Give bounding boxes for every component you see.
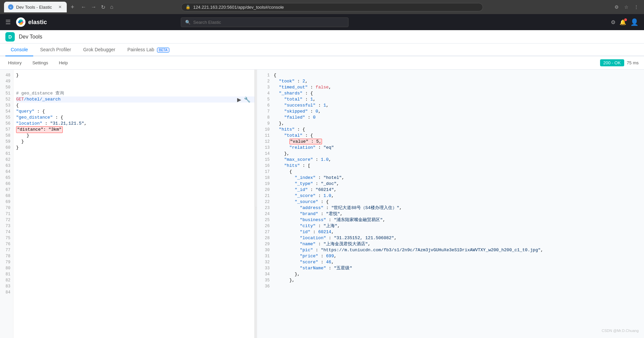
line-number: 52 xyxy=(0,96,13,103)
logo-text: elastic xyxy=(28,19,47,26)
code-line xyxy=(16,271,255,277)
tab-grok-debugger[interactable]: Grok Debugger xyxy=(78,44,121,56)
help-button[interactable]: Help xyxy=(56,59,70,67)
tab-title: Dev Tools - Elastic xyxy=(16,5,52,10)
global-search-bar[interactable]: 🔍 xyxy=(181,17,348,27)
result-line-number: 17 xyxy=(257,169,274,175)
result-line: 30 "pic" : "https://m.tuniucdn.com/fb3/s… xyxy=(257,247,644,253)
result-line-content: "name" : "上海金茂君悦大酒店", xyxy=(274,241,644,247)
result-line-number: 36 xyxy=(257,283,274,289)
browser-extensions-button[interactable]: ⚙ xyxy=(613,3,620,11)
code-line xyxy=(16,78,255,84)
devtools-header: D Dev Tools xyxy=(0,30,644,44)
line-number: 49 xyxy=(0,78,13,84)
new-tab-button[interactable]: + xyxy=(71,4,74,11)
tab-console[interactable]: Console xyxy=(5,44,33,56)
line-number: 78 xyxy=(0,253,13,259)
line-number: 54 xyxy=(0,109,13,115)
beta-badge: BETA xyxy=(157,48,169,53)
result-line-number: 27 xyxy=(257,229,274,235)
browser-menu-button[interactable]: ⋮ xyxy=(633,3,640,11)
result-line: 15 "max_score" : 1.0, xyxy=(257,157,644,163)
result-line: 4 "_shards" : { xyxy=(257,90,644,96)
result-line: 18 "_index" : "hotel", xyxy=(257,175,644,181)
tools-button[interactable]: 🔧 xyxy=(244,96,251,103)
line-number: 61 xyxy=(0,151,13,157)
line-number: 74 xyxy=(0,229,13,235)
code-line xyxy=(16,187,255,193)
code-line xyxy=(16,84,255,90)
result-line-content: "_score" : 1.0, xyxy=(274,193,644,199)
result-line: 21 "_score" : 1.0, xyxy=(257,193,644,199)
settings-button[interactable]: Settings xyxy=(30,59,51,67)
browser-tab[interactable]: e Dev Tools - Elastic ✕ xyxy=(4,2,67,12)
result-line: 35 }, xyxy=(257,277,644,283)
line-number: 73 xyxy=(0,223,13,229)
result-line-number: 30 xyxy=(257,247,274,253)
tab-close-button[interactable]: ✕ xyxy=(57,4,63,10)
result-line-number: 14 xyxy=(257,151,274,157)
code-line xyxy=(16,157,255,163)
line-number: 75 xyxy=(0,235,13,241)
result-line-number: 24 xyxy=(257,211,274,217)
time-badge: 75 ms xyxy=(627,60,639,65)
result-line: 28 "location" : "31.235152, 121.506082", xyxy=(257,235,644,241)
result-line: 24 "brand" : "君悦", xyxy=(257,211,644,217)
result-line: 23 "address" : "世纪大道88号（S4楼办理入住）", xyxy=(257,205,644,211)
line-number: 70 xyxy=(0,205,13,211)
svg-point-4 xyxy=(18,21,21,23)
tab-painless-lab[interactable]: Painless Lab BETA xyxy=(122,44,175,56)
line-number: 59 xyxy=(0,139,13,145)
nav-back-button[interactable]: ← xyxy=(79,3,88,11)
result-line: 36 xyxy=(257,283,644,289)
nav-home-button[interactable]: ⌂ xyxy=(109,3,115,11)
result-line-content: "business" : "浦东陆家嘴金融贸易区", xyxy=(274,217,644,223)
highlighted-text: "distance": "3km" xyxy=(16,126,63,133)
code-line: GET /hotel/_search ▶ 🔧 xyxy=(16,96,255,103)
browser-bookmark-button[interactable]: ☆ xyxy=(623,3,630,11)
result-line: 26 "city" : "上海", xyxy=(257,223,644,229)
line-number: 51 xyxy=(0,90,13,96)
result-line-number: 34 xyxy=(257,271,274,277)
result-line-content: "relation" : "eq" xyxy=(274,145,644,151)
result-line-content: "hits" : { xyxy=(274,127,644,133)
history-button[interactable]: History xyxy=(5,59,24,67)
result-line-content: "skipped" : 0, xyxy=(274,109,644,115)
toolbar-right: 200 - OK 75 ms xyxy=(600,59,639,66)
result-line-content: }, xyxy=(274,121,644,127)
result-line: 1{ xyxy=(257,72,644,78)
result-line-number: 16 xyxy=(257,163,274,169)
result-line-content: "_type" : "_doc", xyxy=(274,181,644,187)
result-line: 10 "hits" : { xyxy=(257,127,644,133)
watermark: CSDN @Mr.D.Chuang xyxy=(602,329,639,333)
tab-search-profiler[interactable]: Search Profiler xyxy=(35,44,76,56)
nav-forward-button[interactable]: → xyxy=(90,3,98,11)
nav-refresh-button[interactable]: ↻ xyxy=(100,3,107,12)
line-number: 55 xyxy=(0,115,13,121)
result-line-number: 23 xyxy=(257,205,274,211)
editor-content[interactable]: }# geo_distance 查询GET /hotel/_search ▶ 🔧… xyxy=(13,70,255,338)
code-line: "query" : { xyxy=(16,109,255,115)
user-avatar-button[interactable]: 👤 xyxy=(630,18,639,26)
global-search-input[interactable] xyxy=(193,20,344,25)
result-line-content: { xyxy=(274,72,644,78)
address-text: 124.221.163.220:5601/app/dev_tools#/cons… xyxy=(193,5,479,10)
address-bar[interactable]: 🔒 124.221.163.220:5601/app/dev_tools#/co… xyxy=(181,3,483,11)
result-line-number: 8 xyxy=(257,115,274,121)
result-line: 6 "successful" : 1, xyxy=(257,103,644,109)
result-line-content: "brand" : "君悦", xyxy=(274,211,644,217)
result-line-number: 9 xyxy=(257,121,274,127)
header-right: ⚙ 🔔 👤 xyxy=(611,18,639,26)
line-number: 79 xyxy=(0,259,13,265)
run-button[interactable]: ▶ xyxy=(237,96,241,103)
result-highlighted: "value" : 5, xyxy=(289,139,322,144)
result-line: 16 "hits" : [ xyxy=(257,163,644,169)
result-line-content: "score" : 46, xyxy=(274,259,644,265)
result-line-number: 33 xyxy=(257,265,274,271)
result-line-content xyxy=(274,283,644,289)
hamburger-menu-button[interactable]: ☰ xyxy=(5,18,11,26)
help-icon-button[interactable]: ⚙ xyxy=(611,19,615,25)
result-line-content: "id" : 60214, xyxy=(274,229,644,235)
code-line xyxy=(16,229,255,235)
notifications-button[interactable]: 🔔 xyxy=(620,19,626,25)
